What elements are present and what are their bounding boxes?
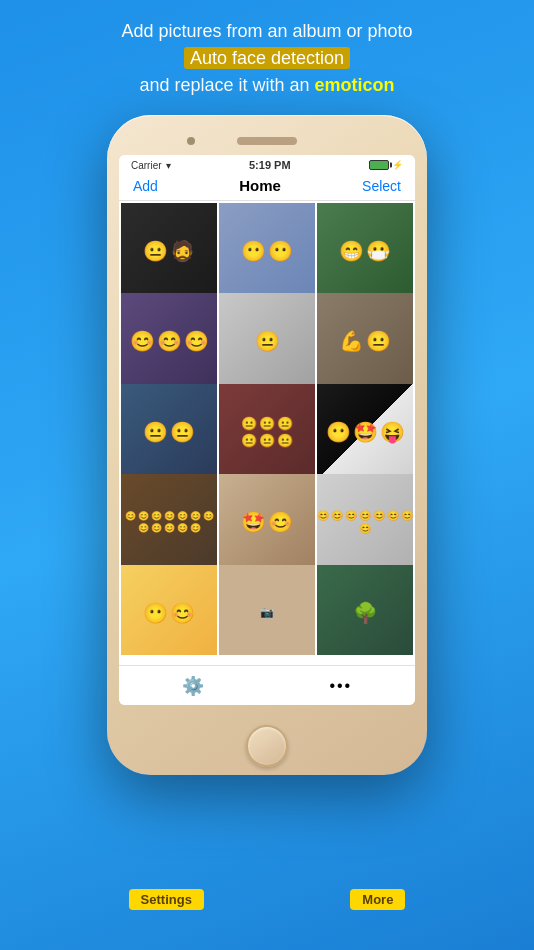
photo-cell-6[interactable]: 💪😐 bbox=[317, 293, 413, 389]
photo-grid: 😐🧔 😶😶 😁😷 😊😊😊 bbox=[119, 201, 415, 655]
header-emoticon: emoticon bbox=[315, 75, 395, 95]
photo-cell-12[interactable]: 😊😊😊😊 😊😊😊😊 bbox=[317, 474, 413, 570]
header-line3-prefix: and replace it with an bbox=[139, 75, 314, 95]
status-right: ⚡ bbox=[369, 160, 403, 170]
more-tab[interactable]: ••• bbox=[329, 677, 352, 695]
settings-tab[interactable]: ⚙️ bbox=[182, 675, 204, 697]
phone-camera bbox=[187, 137, 195, 145]
photo-cell-4[interactable]: 😊😊😊 bbox=[121, 293, 217, 389]
status-time: 5:19 PM bbox=[249, 159, 291, 171]
settings-label: Settings bbox=[129, 889, 204, 910]
more-label: More bbox=[350, 889, 405, 910]
nav-select-button[interactable]: Select bbox=[362, 178, 401, 194]
wifi-icon: ▾ bbox=[166, 160, 171, 171]
phone-screen: Carrier ▾ 5:19 PM ⚡ Add Home Select bbox=[119, 155, 415, 705]
charging-icon: ⚡ bbox=[392, 160, 403, 170]
tab-bar: ⚙️ ••• bbox=[119, 665, 415, 705]
header-line1: Add pictures from an album or photo bbox=[121, 21, 412, 41]
photo-cell-13[interactable]: 😶😊 bbox=[121, 565, 217, 655]
phone-speaker bbox=[237, 137, 297, 145]
photo-cell-7[interactable]: 😐😐 bbox=[121, 384, 217, 480]
gear-icon: ⚙️ bbox=[182, 675, 204, 697]
home-button[interactable] bbox=[246, 725, 288, 767]
status-carrier: Carrier ▾ bbox=[131, 160, 171, 171]
photo-cell-3[interactable]: 😁😷 bbox=[317, 203, 413, 299]
background: Add pictures from an album or photo Auto… bbox=[0, 0, 534, 950]
header-highlight: Auto face detection bbox=[184, 47, 350, 69]
header-text: Add pictures from an album or photo Auto… bbox=[0, 0, 534, 109]
photo-cell-8[interactable]: 😐😐😐 😐😐😐 bbox=[219, 384, 315, 480]
nav-add-button[interactable]: Add bbox=[133, 178, 158, 194]
photo-cell-15[interactable]: 🌳 bbox=[317, 565, 413, 655]
photo-cell-2[interactable]: 😶😶 bbox=[219, 203, 315, 299]
more-dots-icon: ••• bbox=[329, 677, 352, 695]
nav-title: Home bbox=[239, 177, 281, 194]
photo-cell-10[interactable]: 😊😊😊😊 😊😊😊😊 😊😊😊😊 bbox=[121, 474, 217, 570]
phone-frame: Carrier ▾ 5:19 PM ⚡ Add Home Select bbox=[107, 115, 427, 775]
phone-top bbox=[119, 127, 415, 155]
photo-cell-1[interactable]: 😐🧔 bbox=[121, 203, 217, 299]
photo-cell-11[interactable]: 🤩😊 bbox=[219, 474, 315, 570]
nav-bar: Add Home Select bbox=[119, 173, 415, 201]
bottom-labels: Settings More bbox=[107, 889, 427, 910]
photo-cell-9[interactable]: 😶🤩😝 bbox=[317, 384, 413, 480]
photo-cell-14[interactable]: 📷 bbox=[219, 565, 315, 655]
battery-icon bbox=[369, 160, 389, 170]
status-bar: Carrier ▾ 5:19 PM ⚡ bbox=[119, 155, 415, 173]
photo-cell-5[interactable]: 😐 bbox=[219, 293, 315, 389]
